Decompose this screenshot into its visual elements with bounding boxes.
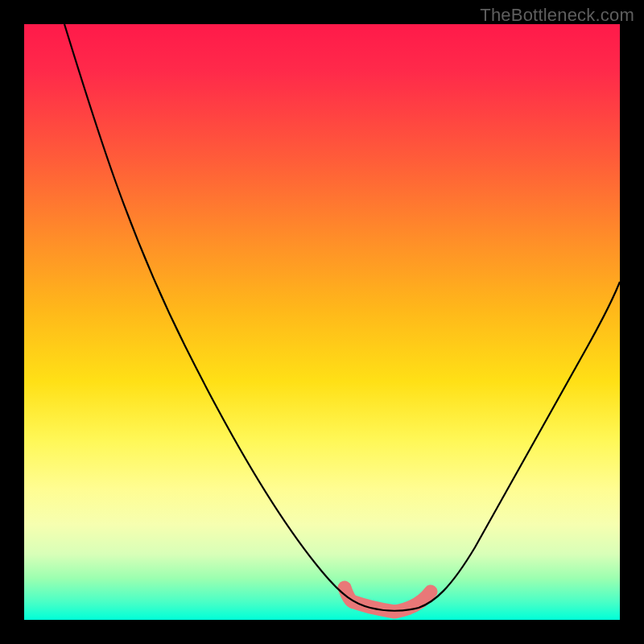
chart-svg [24,24,620,620]
watermark-text: TheBottleneck.com [480,5,634,26]
bottleneck-curve [64,24,620,611]
plot-area [24,24,620,620]
